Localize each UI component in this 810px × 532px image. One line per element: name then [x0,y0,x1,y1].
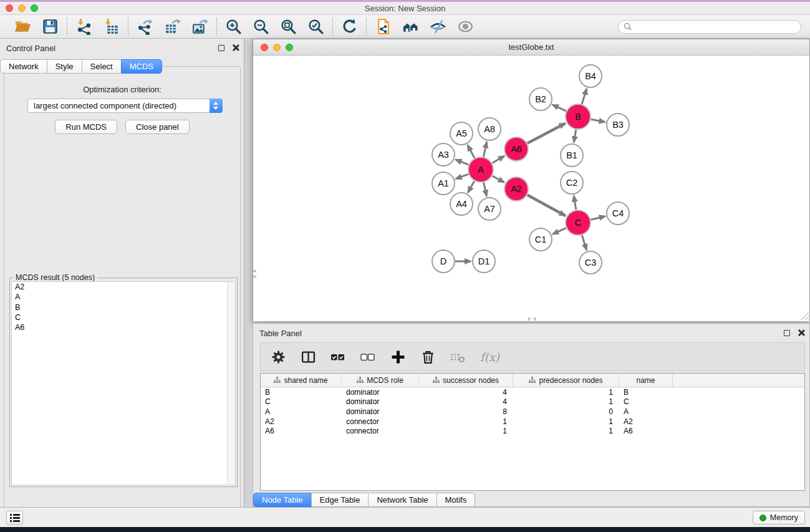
memory-status-icon [759,515,766,521]
tab-select[interactable]: Select [82,59,122,74]
column-header-successor-nodes[interactable]: successor nodes [419,374,513,387]
network-canvas[interactable]: B4B2BB3A8A5A6A3B1AA1C2A2A4A7C4CC1C3DD1 [253,56,809,321]
export-table-icon[interactable] [164,18,181,35]
mcds-result-item[interactable]: C [12,312,235,322]
tab-network[interactable]: Network [0,59,47,74]
graph-edge[interactable] [528,195,566,216]
graph-node-label: D1 [478,256,490,266]
import-network-icon[interactable] [75,18,92,35]
zoom-in-icon[interactable] [225,18,242,35]
search-box[interactable] [618,20,801,34]
table-cell: 0 [513,407,619,416]
close-panel-button[interactable]: Close panel [125,120,190,134]
tab-node-table[interactable]: Node Table [253,493,312,507]
table-row[interactable]: A6connector11A6 [261,426,804,436]
table-panel-title: Table Panel [259,329,302,338]
column-header-shared-name[interactable]: shared name [261,374,342,387]
mcds-result-item[interactable]: A6 [12,322,235,332]
table-options-gear-icon[interactable] [271,349,286,364]
window-grip[interactable] [253,270,256,278]
graph-edge[interactable] [456,160,469,165]
table-cell: dominator [342,407,419,416]
table-cell: 1 [419,417,513,426]
mcds-result-title: MCDS result (5 nodes) [13,273,97,282]
memory-button[interactable]: Memory [753,511,805,525]
zoom-fit-icon[interactable] [280,18,297,35]
mcds-result-list[interactable]: A2ABCA6 [11,281,236,485]
zoom-selected-icon[interactable] [307,18,324,35]
tab-network-table[interactable]: Network Table [368,493,436,507]
table-row[interactable]: A2connector11A2 [261,417,804,427]
show-networks-icon[interactable] [402,18,419,35]
task-history-button[interactable] [6,511,23,525]
scrollbar-track[interactable] [227,282,235,485]
graph-edge[interactable] [456,174,469,179]
graph-edge[interactable] [591,216,605,220]
main-toolbar [0,15,810,39]
graph-node-label: B4 [585,71,596,81]
table-row[interactable]: Cdominator41C [261,397,804,407]
graph-edge[interactable] [492,156,504,163]
close-panel-icon[interactable] [232,44,239,51]
apply-layout-icon[interactable] [341,18,358,35]
graph-edge[interactable] [574,130,576,143]
graph-edge[interactable] [582,235,586,250]
hide-graphics-details-icon[interactable] [430,18,446,35]
delete-table-icon[interactable] [450,349,465,364]
table-cell: 4 [419,397,513,406]
import-table-icon[interactable] [103,18,120,35]
mcds-result-item[interactable]: B [12,302,235,312]
hierarchy-icon [274,377,281,384]
graph-edge[interactable] [468,181,474,192]
graph-edge[interactable] [591,119,605,122]
graph-node-label: C3 [585,258,597,268]
zoom-out-icon[interactable] [253,18,269,35]
control-panel-title: Control Panel [6,44,55,53]
graph-node-label: A8 [484,124,495,134]
mcds-result-item[interactable]: A [12,292,235,302]
graph-node-label: A5 [456,128,467,138]
show-graphics-details-icon[interactable] [457,18,474,35]
mcds-result-item[interactable]: A2 [12,282,235,292]
network-window-titlebar[interactable]: testGlobe.txt [253,39,809,56]
graph-edge[interactable] [582,89,587,104]
search-input[interactable] [635,22,796,31]
graph-node-label: B2 [535,94,546,104]
table-cell: 8 [419,407,513,416]
tab-style[interactable]: Style [47,59,82,74]
tab-edge-table[interactable]: Edge Table [311,493,369,507]
node-table[interactable]: shared nameMCDS rolesuccessor nodesprede… [260,373,805,491]
tab-mcds[interactable]: MCDS [121,59,162,74]
network-from-file-icon[interactable] [375,18,392,35]
graph-edge[interactable] [552,105,566,111]
float-panel-icon[interactable] [218,45,224,51]
export-image-icon[interactable] [191,18,208,35]
graph-edge[interactable] [468,145,475,158]
float-panel-icon[interactable] [784,330,790,336]
column-header-predecessor-nodes[interactable]: predecessor nodes [513,374,619,387]
save-session-icon[interactable] [42,18,59,35]
column-header-MCDS-role[interactable]: MCDS role [342,374,419,387]
graph-edge[interactable] [574,196,576,210]
table-row[interactable]: Adominator80A [261,407,804,417]
graph-edge[interactable] [483,142,486,157]
table-row[interactable]: Bdominator41B [261,387,804,397]
add-column-icon[interactable] [390,349,405,364]
unselect-all-icon[interactable] [360,349,375,364]
graph-edge[interactable] [484,183,487,196]
graph-node-label: A [478,165,484,175]
run-mcds-button[interactable]: Run MCDS [55,120,117,134]
optimization-criterion-dropdown[interactable]: largest connected component (directed) [27,99,223,113]
open-session-icon[interactable] [14,18,31,35]
select-all-icon[interactable] [330,349,345,364]
column-header-name[interactable]: name [619,374,673,387]
export-network-icon[interactable] [137,18,153,35]
delete-column-trash-icon[interactable] [420,349,435,364]
tab-motifs[interactable]: Motifs [436,493,476,507]
window-grip[interactable] [528,317,536,321]
graph-edge[interactable] [528,123,566,143]
close-panel-icon[interactable] [798,329,804,336]
graph-edge[interactable] [492,176,504,183]
show-column-icon[interactable] [301,349,316,364]
graph-edge[interactable] [552,228,566,235]
